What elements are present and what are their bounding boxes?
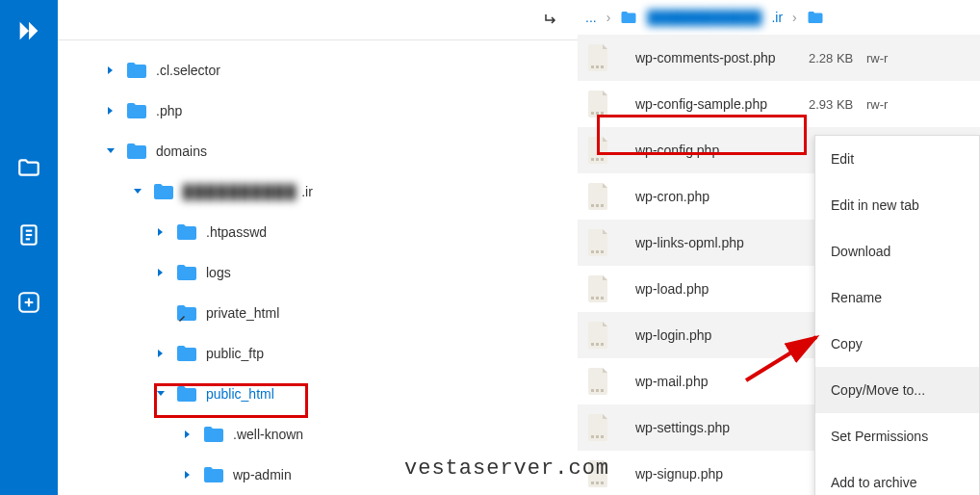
file-row[interactable]: wp-comments-post.php2.28 KBrw-r bbox=[578, 35, 980, 81]
folder-icon bbox=[175, 222, 198, 242]
svg-rect-18 bbox=[601, 204, 604, 207]
folder-icon bbox=[175, 263, 198, 282]
tree-item[interactable]: .cl.selector bbox=[58, 50, 578, 91]
nav-sidebar bbox=[0, 0, 58, 495]
context-menu-item[interactable]: Edit in new tab bbox=[815, 182, 979, 228]
file-icon bbox=[585, 322, 612, 349]
context-menu-item[interactable]: Download bbox=[815, 228, 979, 274]
tree-item[interactable]: ██████████.ir bbox=[58, 171, 578, 212]
svg-rect-13 bbox=[591, 158, 594, 161]
chevron-right-icon: › bbox=[792, 10, 797, 25]
file-permissions: rw-r bbox=[866, 97, 888, 112]
tree-toggle-icon[interactable] bbox=[154, 389, 168, 399]
tree-item[interactable]: public_html bbox=[58, 374, 578, 414]
file-row[interactable]: wp-config-sample.php2.93 KBrw-r bbox=[578, 81, 980, 127]
tree-toolbar bbox=[58, 0, 578, 40]
svg-rect-27 bbox=[601, 343, 604, 346]
context-menu-item[interactable]: Rename bbox=[815, 274, 979, 321]
file-icon bbox=[585, 183, 612, 210]
svg-rect-26 bbox=[596, 343, 599, 346]
file-name: wp-settings.php bbox=[635, 420, 809, 435]
breadcrumb-root[interactable]: ... bbox=[585, 10, 597, 25]
svg-rect-14 bbox=[596, 158, 599, 161]
tree-item-label: logs bbox=[206, 265, 231, 280]
logo-icon[interactable] bbox=[15, 17, 42, 44]
file-icon bbox=[585, 460, 612, 487]
tree-item-label: domains bbox=[156, 143, 207, 159]
tree-toggle-icon[interactable] bbox=[154, 268, 168, 277]
context-menu-item[interactable]: Set Permissions bbox=[815, 413, 979, 459]
tree-item[interactable]: .htpasswd bbox=[58, 212, 578, 252]
tree-toggle-icon[interactable] bbox=[104, 146, 117, 156]
tree-item-label: public_html bbox=[206, 386, 274, 402]
add-nav-icon[interactable] bbox=[15, 289, 42, 316]
tree-toggle-icon[interactable] bbox=[104, 106, 117, 116]
folder-icon bbox=[175, 384, 198, 404]
folder-icon bbox=[202, 425, 225, 444]
file-icon bbox=[585, 368, 612, 395]
tree-toggle-icon[interactable] bbox=[181, 470, 194, 480]
file-size: 2.28 KB bbox=[809, 51, 866, 65]
svg-rect-23 bbox=[596, 297, 599, 300]
tree-toggle-icon[interactable] bbox=[154, 227, 168, 237]
svg-rect-30 bbox=[601, 389, 604, 392]
tree-toggle-icon[interactable] bbox=[154, 349, 168, 358]
file-icon bbox=[585, 137, 612, 164]
svg-rect-34 bbox=[591, 482, 594, 484]
svg-rect-35 bbox=[596, 482, 599, 484]
folder-icon bbox=[175, 303, 198, 323]
file-name: wp-signup.php bbox=[635, 466, 809, 482]
file-icon bbox=[585, 229, 612, 256]
tree-item-suffix: .ir bbox=[301, 184, 313, 199]
file-icon bbox=[585, 275, 612, 302]
svg-rect-11 bbox=[596, 112, 599, 115]
svg-rect-25 bbox=[591, 343, 594, 346]
return-icon[interactable] bbox=[543, 12, 560, 29]
tree-item[interactable]: wp-admin bbox=[58, 455, 578, 495]
folder-icon bbox=[807, 10, 824, 25]
tree-item[interactable]: .php bbox=[58, 91, 578, 131]
file-name: wp-links-opml.php bbox=[635, 235, 809, 250]
tree-item-label: public_ftp bbox=[206, 346, 264, 361]
tree-toggle-icon[interactable] bbox=[181, 430, 194, 439]
tree-toggle-icon[interactable] bbox=[104, 65, 117, 75]
svg-rect-7 bbox=[591, 65, 594, 68]
breadcrumb-suffix: .ir bbox=[771, 10, 783, 25]
svg-rect-36 bbox=[601, 482, 604, 484]
folder-icon bbox=[125, 61, 148, 80]
tree-item-label: private_html bbox=[206, 305, 279, 321]
tree-item-label: .htpasswd bbox=[206, 224, 267, 240]
tree-item[interactable]: domains bbox=[58, 131, 578, 171]
svg-rect-15 bbox=[601, 158, 604, 161]
context-menu-item[interactable]: Copy/Move to... bbox=[815, 367, 979, 413]
tree-toggle-icon[interactable] bbox=[131, 187, 144, 196]
folder-icon bbox=[125, 142, 148, 161]
svg-rect-33 bbox=[601, 435, 604, 438]
tree-item-label: wp-admin bbox=[233, 467, 292, 482]
breadcrumb-domain[interactable]: ████████████ bbox=[647, 10, 761, 25]
context-menu: EditEdit in new tabDownloadRenameCopyCop… bbox=[814, 135, 980, 495]
document-nav-icon[interactable] bbox=[15, 221, 42, 248]
svg-rect-16 bbox=[591, 204, 594, 207]
tree-item[interactable]: logs bbox=[58, 252, 578, 293]
tree-item-label: .php bbox=[156, 103, 182, 118]
svg-rect-17 bbox=[596, 204, 599, 207]
file-icon bbox=[585, 414, 612, 441]
chevron-right-icon: › bbox=[606, 10, 611, 25]
tree-item[interactable]: private_html bbox=[58, 293, 578, 333]
context-menu-item[interactable]: Add to archive bbox=[815, 459, 979, 495]
svg-rect-31 bbox=[591, 435, 594, 438]
context-menu-item[interactable]: Copy bbox=[815, 321, 979, 367]
folder-nav-icon[interactable] bbox=[15, 154, 42, 181]
svg-rect-22 bbox=[591, 297, 594, 300]
tree-item-label: ██████████ bbox=[183, 184, 297, 199]
file-name: wp-cron.php bbox=[635, 189, 809, 204]
context-menu-item[interactable]: Edit bbox=[815, 136, 979, 182]
file-name: wp-mail.php bbox=[635, 374, 809, 389]
tree-item[interactable]: public_ftp bbox=[58, 333, 578, 374]
folder-icon bbox=[152, 182, 175, 201]
file-permissions: rw-r bbox=[866, 51, 888, 65]
svg-rect-32 bbox=[596, 435, 599, 438]
tree-item[interactable]: .well-known bbox=[58, 414, 578, 455]
svg-rect-24 bbox=[601, 297, 604, 300]
